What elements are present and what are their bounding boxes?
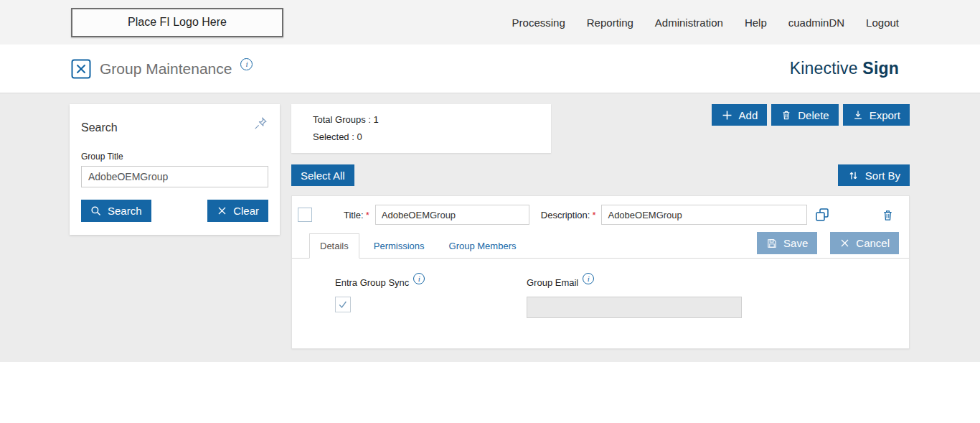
nav-item-reporting[interactable]: Reporting — [587, 17, 633, 29]
pin-icon[interactable] — [253, 116, 268, 131]
save-button[interactable]: Save — [757, 232, 817, 254]
search-panel: Search Group Title Search — [70, 104, 280, 235]
clear-button-label: Clear — [233, 205, 259, 217]
brand-logo: Kinective Sign — [790, 59, 899, 78]
group-title-label: Group Title — [81, 152, 268, 162]
group-toolbar: Add Delete Export — [712, 104, 910, 126]
tab-group-members[interactable]: Group Members — [439, 234, 527, 258]
save-icon — [766, 238, 778, 249]
clear-button[interactable]: Clear — [207, 200, 268, 222]
nav-item-help[interactable]: Help — [745, 17, 767, 29]
row-select-checkbox[interactable] — [298, 208, 312, 222]
title-required-mark: * — [366, 210, 369, 220]
nav-item-processing[interactable]: Processing — [512, 17, 565, 29]
selected-count-text: Selected : 0 — [313, 129, 529, 146]
check-icon — [337, 299, 349, 310]
entra-group-sync-checkbox[interactable] — [335, 297, 351, 312]
tab-permissions[interactable]: Permissions — [364, 234, 435, 258]
group-title-input[interactable] — [81, 166, 268, 187]
entra-info-icon[interactable]: i — [413, 273, 425, 284]
row-delete-button[interactable] — [881, 208, 895, 222]
save-button-label: Save — [783, 237, 808, 249]
main-column: Total Groups : 1 Selected : 0 Add D — [291, 104, 910, 349]
group-email-input — [527, 297, 742, 318]
add-button-label: Add — [739, 109, 758, 121]
cancel-button-label: Cancel — [856, 237, 890, 249]
select-all-button[interactable]: Select All — [291, 164, 354, 186]
delete-button-label: Delete — [798, 109, 829, 121]
search-icon — [90, 205, 102, 217]
group-row-header: Title:* Description:* — [292, 196, 909, 225]
search-panel-title: Search — [81, 121, 118, 134]
page-info-icon[interactable]: i — [240, 58, 253, 70]
title-input[interactable] — [375, 205, 529, 225]
total-groups-text: Total Groups : 1 — [313, 111, 529, 129]
copy-button[interactable] — [814, 207, 830, 223]
download-icon — [852, 109, 864, 121]
group-email-info-icon[interactable]: i — [583, 273, 594, 284]
description-required-mark: * — [592, 210, 595, 220]
details-tab-content: Entra Group Sync i Group Email — [292, 259, 909, 348]
fi-logo-text: Place FI Logo Here — [128, 16, 227, 29]
summary-card: Total Groups : 1 Selected : 0 — [291, 104, 551, 153]
content-area: Search Group Title Search — [0, 93, 980, 362]
export-button[interactable]: Export — [843, 104, 910, 126]
add-button[interactable]: Add — [712, 104, 768, 126]
top-bar: Place FI Logo Here Processing Reporting … — [0, 0, 980, 45]
nav-item-username[interactable]: cuadminDN — [788, 17, 844, 29]
page-title: Group Maintenance — [100, 60, 232, 78]
fi-logo-placeholder: Place FI Logo Here — [71, 8, 283, 37]
trash-icon — [881, 208, 895, 222]
brand-regular: Kinective — [790, 59, 858, 78]
description-label: Description:* — [541, 210, 596, 220]
x-icon — [839, 238, 850, 248]
maintenance-icon — [71, 59, 91, 79]
description-input[interactable] — [601, 205, 807, 225]
group-row-card: Title:* Description:* — [291, 195, 910, 349]
select-all-label: Select All — [301, 169, 345, 182]
trash-icon — [781, 109, 792, 121]
nav-item-logout[interactable]: Logout — [866, 17, 899, 29]
search-button[interactable]: Search — [81, 200, 151, 222]
group-tabs: Details Permissions Group Members Save — [292, 232, 909, 259]
sort-by-button[interactable]: Sort By — [838, 164, 910, 186]
page-header: Group Maintenance i Kinective Sign — [0, 45, 980, 93]
plus-icon — [721, 109, 733, 121]
entra-group-sync-label: Entra Group Sync i — [335, 277, 527, 288]
x-icon — [217, 205, 227, 216]
tab-details[interactable]: Details — [309, 233, 359, 259]
brand-bold: Sign — [862, 59, 899, 78]
export-button-label: Export — [870, 109, 900, 121]
sort-by-label: Sort By — [865, 169, 900, 182]
title-label: Title:* — [344, 210, 369, 220]
cancel-button[interactable]: Cancel — [830, 232, 899, 254]
sort-arrows-icon — [847, 169, 859, 182]
delete-button[interactable]: Delete — [771, 104, 838, 126]
search-button-label: Search — [108, 205, 142, 217]
copy-icon — [814, 207, 830, 223]
nav-item-administration[interactable]: Administration — [655, 17, 723, 29]
top-navigation: Processing Reporting Administration Help… — [512, 17, 899, 29]
group-email-label: Group Email i — [527, 277, 742, 288]
